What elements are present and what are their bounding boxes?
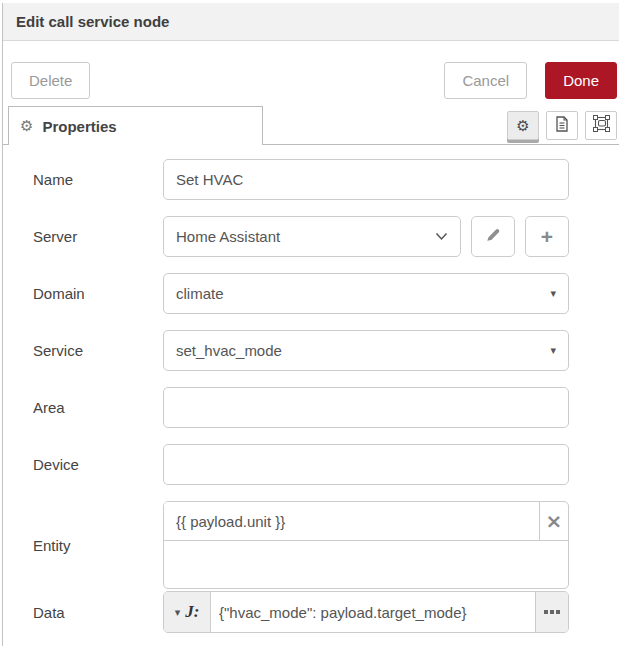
close-icon: ×	[546, 509, 563, 533]
done-button[interactable]: Done	[545, 62, 617, 99]
data-typed-input: ▾ J:	[163, 591, 569, 633]
server-select[interactable]: Home Assistant	[163, 216, 461, 257]
service-selected-value: set_hvac_mode	[176, 342, 282, 359]
appearance-view-button[interactable]	[585, 111, 617, 140]
dialog-header: Edit call service node	[3, 3, 619, 41]
caret-down-icon: ▾	[550, 287, 556, 300]
device-row: Device	[33, 444, 619, 485]
properties-form: Name Server Home Assistant +	[3, 145, 619, 633]
cancel-button[interactable]: Cancel	[444, 62, 527, 99]
device-input[interactable]	[163, 444, 569, 485]
remove-entity-button[interactable]: ×	[539, 502, 568, 540]
name-row: Name	[33, 159, 619, 200]
tab-properties-label: Properties	[42, 118, 116, 135]
area-input[interactable]	[163, 387, 569, 428]
gear-icon: ⚙	[516, 117, 529, 135]
entity-item: ×	[164, 502, 568, 541]
tab-properties[interactable]: ⚙ Properties	[8, 106, 263, 145]
ellipsis-icon	[550, 610, 554, 614]
data-row: Data ▾ J:	[33, 591, 619, 633]
ellipsis-icon	[544, 610, 548, 614]
domain-select[interactable]: climate ▾	[163, 273, 569, 314]
entity-empty-slot[interactable]	[164, 541, 568, 588]
delete-button[interactable]: Delete	[11, 62, 90, 99]
data-label: Data	[33, 604, 163, 621]
domain-label: Domain	[33, 285, 163, 302]
name-input[interactable]	[163, 159, 569, 200]
domain-row: Domain climate ▾	[33, 273, 619, 314]
service-select[interactable]: set_hvac_mode ▾	[163, 330, 569, 371]
entity-label: Entity	[33, 537, 163, 554]
json-type-icon: J:	[185, 602, 199, 622]
description-view-button[interactable]	[546, 111, 578, 140]
area-label: Area	[33, 399, 163, 416]
data-input[interactable]	[211, 592, 535, 632]
gear-icon: ⚙	[20, 117, 33, 135]
appearance-icon	[593, 115, 610, 136]
add-server-button[interactable]: +	[525, 216, 569, 257]
dialog-button-row: Delete Cancel Done	[3, 41, 619, 99]
entity-row: Entity ×	[33, 501, 619, 589]
pencil-icon	[485, 227, 501, 247]
chevron-down-icon	[435, 231, 448, 243]
service-row: Service set_hvac_mode ▾	[33, 330, 619, 371]
expand-data-editor-button[interactable]	[535, 592, 568, 632]
edit-node-dialog: Edit call service node Delete Cancel Don…	[2, 3, 619, 646]
area-row: Area	[33, 387, 619, 428]
server-selected-value: Home Assistant	[176, 228, 280, 245]
edit-server-button[interactable]	[471, 216, 515, 257]
server-label: Server	[33, 228, 163, 245]
name-label: Name	[33, 171, 163, 188]
entity-list-widget: ×	[163, 501, 569, 589]
plus-icon: +	[541, 225, 553, 249]
service-label: Service	[33, 342, 163, 359]
data-type-select-button[interactable]: ▾ J:	[164, 592, 211, 632]
caret-down-icon: ▾	[175, 606, 181, 619]
server-row: Server Home Assistant +	[33, 216, 619, 257]
dialog-title: Edit call service node	[16, 13, 169, 30]
document-icon	[555, 116, 569, 136]
device-label: Device	[33, 456, 163, 473]
ellipsis-icon	[556, 610, 560, 614]
entity-input[interactable]	[164, 502, 539, 540]
properties-view-button[interactable]: ⚙	[507, 111, 539, 140]
editor-tabbar: ⚙ Properties ⚙	[3, 106, 619, 145]
tab-action-buttons: ⚙	[507, 111, 617, 140]
domain-selected-value: climate	[176, 285, 224, 302]
caret-down-icon: ▾	[550, 344, 556, 357]
